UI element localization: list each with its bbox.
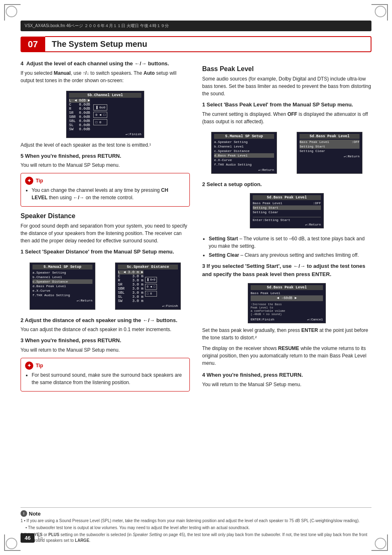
sd-menu-e: e.X-Curve (32, 288, 92, 293)
bp-level-screen: 5d.Bass Peak Level Bass Peak Level:OFF S… (297, 132, 362, 174)
tip1-list: You can change the channel levels at any… (32, 187, 185, 201)
top-bar: VSX_AX4ASi.book.fm 46ページ ２００６年４月１１日 火曜日 … (21, 21, 371, 31)
sd-menu-b: b.Channel Level (32, 275, 92, 279)
page-number-box: 46 En (21, 533, 43, 543)
step4-para2: Adjust the level of each speaker as the … (21, 141, 190, 149)
sd-ind-top: ▐ 0•0 (145, 277, 157, 283)
step5-heading: 5 When you're finished, press RETURN. (21, 152, 190, 160)
bp-menu-c: c.Speaker Distance (214, 149, 274, 153)
page-number: 46 (21, 533, 35, 543)
step4-heading: 4 Adjust the level of each channel using… (21, 60, 190, 68)
manual-sp-setup-screen: 5.Manual SP Setup a.Speaker Setting b.Ch… (30, 263, 95, 310)
bp-menu-b: b.Channel Level (214, 144, 274, 149)
bp-adj-hint1: ↑Increase the Bass (251, 303, 323, 306)
bp-adjust-screen-wrap: 5d.Bass Peak Level Bass Peak Level ◄ -60… (202, 280, 371, 327)
sd-screen-title: 5c.Speaker Distance (118, 265, 178, 269)
note-header: ! Note (21, 510, 371, 517)
channel-level-left: L◄ 0dB ► C0.0dB R0.0dB SR0.0dB SBR0.0dB … (69, 99, 90, 131)
corner-circle-tl (6, 6, 17, 17)
sd-step3-para: You will return to the Manual SP Setup m… (21, 346, 190, 354)
speaker-distance-screen: 5c.Speaker Distance L◄ 3.0 m ► C3.0 m R3… (115, 263, 181, 310)
channel-level-footer: ↵:Finish (69, 132, 141, 136)
sd-menu-a: a.Speaker Setting (32, 270, 92, 275)
bp-adj-title: 5d.Bass Peak Level (251, 285, 323, 290)
speaker-distance-para: For good sound depth and separation from… (21, 222, 190, 244)
note-label: Note (29, 511, 41, 517)
bp-manual-setup-screen: 5.Manual SP Setup a.Speaker Setting b.Ch… (211, 132, 277, 174)
bp-adj-cancel: ↵:Cancel (307, 318, 323, 321)
sd-menu-d: d.Bass Peak Level (32, 284, 92, 288)
manual-sp-title: 5.Manual SP Setup (32, 265, 92, 269)
sd-menu-f: f.THX Audio Setting (32, 293, 92, 297)
sd-ind-bot: □ 0 (145, 291, 157, 297)
content-area: 4 Adjust the level of each channel using… (21, 60, 371, 522)
channel-level-right-indicator: ▐ 0o0 0 ◄ □ □ 0 (93, 99, 107, 131)
note-section: ! Note 1 • If you are using a Sound Pres… (21, 507, 371, 547)
bp-adjust-screen: 5d.Bass Peak Level Bass Peak Level ◄ -60… (248, 283, 326, 323)
bp-adj-enter: ENTER:Finish (251, 318, 274, 321)
bp-manual-title: 5.Manual SP Setup (214, 134, 274, 139)
tip1-box: ✦ Tip You can change the channel levels … (21, 173, 190, 207)
channel-level-title: 5b.Channel Level (69, 93, 141, 98)
sd-row-sbl: SBL3.0 m (118, 291, 143, 295)
screen-row-c: C0.0dB (69, 103, 90, 107)
bp-off-row: Bass Peak Level:OFF (300, 140, 360, 144)
tip1-header: ✦ Tip (25, 177, 185, 185)
tip2-box: ✦ Tip For best surround sound, make sure… (21, 358, 190, 391)
bp-bullet-start: Setting Start – The volume is set to –60… (209, 235, 371, 250)
bp-bullet-clear: Setting Clear – Clears any previous sett… (209, 251, 371, 259)
bp-level-footer: ↵:Return (300, 154, 360, 158)
bp-adj-footer: ENTER:Finish ↵:Cancel (251, 318, 323, 321)
screen-row-r: R0.0dB (69, 107, 90, 111)
screen-row-l: L◄ 0dB ► (69, 99, 90, 103)
screen-row-sw: SW0.0dB (69, 127, 90, 131)
sd-row-sr: SR3.0 m (118, 283, 143, 287)
bp-adj-hint3: a comfortable volume (251, 309, 323, 313)
bp-adj-row2: ◄ -60dB ► (251, 295, 323, 301)
bp-step3-para1: Set the bass peak level gradually, then … (202, 327, 371, 341)
speaker-distance-screens: 5.Manual SP Setup a.Speaker Setting b.Ch… (21, 259, 190, 313)
bp-opt-clear: Setting Clear (253, 210, 321, 214)
screen-row-sbl: SBL0.0dB (69, 119, 90, 123)
note1b-text: • The subwoofer test tone is output at l… (25, 525, 371, 531)
bp-step4-heading: 4 When you're finished, press RETURN. (202, 371, 371, 379)
right-column: Bass Peak Level Some audio sources (for … (202, 60, 371, 396)
bp-step1-heading: 1 Select 'Bass Peak Level' from the Manu… (202, 101, 371, 109)
bp-adj-row1: Bass Peak Level (251, 291, 323, 295)
bp-step2-heading: 2 Select a setup option. (202, 180, 371, 189)
bp-setting-start: Setting Start (300, 144, 360, 149)
sd-row-sl: SL3.0 m (118, 295, 143, 299)
manual-sp-footer: ↵:Return (32, 299, 92, 302)
bp-opt-title: 5d.Bass Peak Level (253, 195, 321, 200)
note2-text: 2 If the YES or PLUS setting on the subw… (21, 532, 371, 543)
corner-circle-tr (375, 6, 386, 17)
channel-level-screen: 5b.Channel Level L◄ 0dB ► C0.0dB R0.0dB … (66, 91, 144, 138)
sd-footer: ↵:Finish (118, 304, 178, 308)
bp-adj-hint4: (-40dB = no sound) (251, 313, 323, 316)
step4-para1: If you selected Manual, use ↑/↓ to switc… (21, 69, 190, 84)
bass-peak-setup-screens: 5.Manual SP Setup a.Speaker Setting b.Ch… (202, 129, 371, 177)
bp-setting-clear: Setting Clear (300, 149, 360, 153)
screen-row-sr: SR0.0dB (69, 111, 90, 115)
sd-row-r: R3.0 m (118, 279, 143, 283)
bp-manual-footer: ↵:Return (214, 168, 274, 172)
corner-circle-br (375, 538, 386, 549)
chapter-title-box: The System Setup menu (45, 36, 371, 52)
tip1-label: Tip (36, 178, 43, 184)
bp-step4-para: You will return to the Manual SP Setup m… (202, 381, 371, 388)
sd-row-sbr: SBR3.0 m (118, 287, 143, 291)
screen-row-sl: SL0.0dB (69, 123, 90, 127)
sd-ind-mid: 0 ◄ □ (145, 284, 157, 290)
note-icon: ! (21, 510, 27, 517)
sd-indicator: ▐ 0•0 0 ◄ □ □ 0 (145, 270, 157, 303)
chapter-title: The System Setup menu (52, 39, 147, 48)
bp-opt-start: Setting Start (253, 205, 321, 210)
two-column-layout: 4 Adjust the level of each channel using… (21, 60, 371, 396)
tip2-item: For best surround sound, make sure the s… (32, 371, 185, 386)
level-indicator-bot: □ 0 (93, 119, 107, 125)
tip2-list: For best surround sound, make sure the s… (32, 371, 185, 386)
sd-row-c: C3.0 m (118, 274, 143, 279)
bp-bullet-list: Setting Start – The volume is set to –60… (209, 235, 371, 259)
tip2-icon: ✦ (25, 362, 33, 370)
bass-peak-heading: Bass Peak Level (202, 65, 371, 73)
